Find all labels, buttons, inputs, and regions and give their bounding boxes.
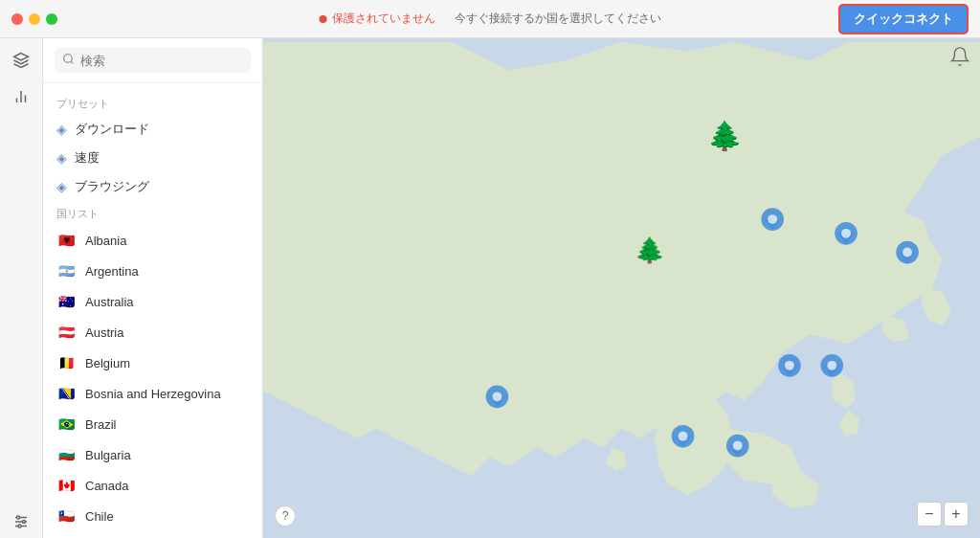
map-pin-8[interactable] [486, 386, 509, 409]
flag-canada: 🇨🇦 [56, 476, 76, 495]
title-bar: 保護されていません 今すぐ接続するか国を選択してください クイックコネクト [0, 0, 980, 38]
country-item-bosnia[interactable]: 🇧🇦 Bosnia and Herzegovina [43, 378, 262, 409]
map-pin-7[interactable] [726, 435, 749, 458]
country-item-chile[interactable]: 🇨🇱 Chile [43, 501, 262, 531]
svg-point-24 [785, 361, 794, 370]
close-button[interactable] [11, 13, 23, 25]
map-area: 🌲 🌲 [263, 38, 980, 538]
map-pin-1[interactable] [761, 208, 784, 231]
preset-icon-browsing: ◈ [56, 179, 67, 194]
help-button[interactable]: ? [275, 505, 296, 527]
flag-argentina: 🇦🇷 [56, 261, 76, 280]
unprotected-label: 保護されていません [332, 11, 435, 27]
svg-point-18 [841, 229, 851, 238]
status-message: 今すぐ接続するか国を選択してください [455, 11, 661, 27]
preset-icon-download: ◈ [56, 122, 67, 137]
layers-icon[interactable] [11, 50, 32, 71]
flag-albania: 🇦🇱 [56, 231, 76, 250]
country-name-argentina: Argentina [85, 264, 139, 279]
svg-point-15 [768, 214, 777, 224]
tree-icon-2: 🌲 [635, 235, 665, 265]
country-name-bulgaria: Bulgaria [85, 448, 131, 462]
country-name-canada: Canada [85, 479, 129, 493]
minimize-button[interactable] [29, 13, 40, 25]
preset-speed-label: 速度 [75, 149, 100, 167]
svg-point-8 [23, 521, 26, 524]
country-item-austria[interactable]: 🇦🇹 Austria [43, 317, 262, 347]
main-layout: プリセット ◈ ダウンロード ◈ 速度 ◈ ブラウジング 国リスト 🇦🇱 Alb… [0, 38, 980, 538]
title-bar-center: 保護されていません 今すぐ接続するか国を選択してください [320, 11, 661, 27]
country-list: 🇦🇱 Albania 🇦🇷 Argentina 🇦🇺 Australia 🇦🇹 … [43, 225, 262, 538]
svg-point-33 [733, 441, 743, 451]
icon-sidebar [0, 38, 43, 538]
flag-brazil: 🇧🇷 [56, 415, 76, 434]
zoom-out-button[interactable]: − [917, 502, 942, 527]
tree-icon-1: 🌲 [707, 119, 743, 153]
flag-bosnia: 🇧🇦 [56, 384, 76, 403]
country-item-brazil[interactable]: 🇧🇷 Brazil [43, 409, 262, 439]
country-item-australia[interactable]: 🇦🇺 Australia [43, 286, 262, 317]
preset-browsing-label: ブラウジング [75, 178, 149, 195]
country-item-bulgaria[interactable]: 🇧🇬 Bulgaria [43, 439, 262, 470]
svg-point-21 [902, 248, 912, 258]
country-item-canada[interactable]: 🇨🇦 Canada [43, 470, 262, 501]
flag-bulgaria: 🇧🇬 [56, 445, 76, 464]
flag-australia: 🇦🇺 [56, 292, 76, 311]
svg-point-30 [679, 432, 688, 441]
map-zoom-controls: − + [917, 502, 969, 527]
preset-download-label: ダウンロード [75, 121, 149, 138]
country-sidebar: プリセット ◈ ダウンロード ◈ 速度 ◈ ブラウジング 国リスト 🇦🇱 Alb… [43, 38, 263, 538]
window-controls [11, 13, 57, 25]
search-icon [62, 53, 75, 68]
status-dot [320, 15, 327, 23]
flag-austria: 🇦🇹 [56, 323, 76, 342]
country-item-albania[interactable]: 🇦🇱 Albania [43, 225, 262, 256]
country-name-belgium: Belgium [85, 356, 130, 370]
presets-label: プリセット [43, 91, 262, 115]
country-name-bosnia: Bosnia and Herzegovina [85, 387, 221, 401]
search-input[interactable] [80, 54, 243, 68]
svg-point-27 [827, 361, 836, 370]
svg-marker-0 [14, 54, 29, 61]
country-name-brazil: Brazil [85, 417, 117, 432]
zoom-in-button[interactable]: + [944, 502, 969, 527]
svg-point-10 [64, 55, 73, 63]
map-svg: 🌲 🌲 [263, 38, 980, 538]
preset-icon-speed: ◈ [56, 150, 67, 166]
settings-icon[interactable] [11, 517, 32, 538]
map-pin-3[interactable] [896, 241, 919, 264]
country-name-austria: Austria [85, 325, 123, 340]
flag-belgium: 🇧🇪 [56, 353, 76, 372]
notification-bell[interactable] [949, 46, 970, 71]
search-box [43, 38, 262, 83]
country-item-belgium[interactable]: 🇧🇪 Belgium [43, 347, 262, 378]
quick-connect-button[interactable]: クイックコネクト [838, 4, 969, 34]
preset-download[interactable]: ◈ ダウンロード [43, 115, 262, 144]
country-item-argentina[interactable]: 🇦🇷 Argentina [43, 256, 262, 286]
preset-speed[interactable]: ◈ 速度 [43, 144, 262, 172]
country-list-container: プリセット ◈ ダウンロード ◈ 速度 ◈ ブラウジング 国リスト 🇦🇱 Alb… [43, 83, 262, 538]
country-name-albania: Albania [85, 234, 126, 248]
svg-line-11 [71, 61, 73, 63]
svg-point-7 [17, 516, 20, 519]
connection-status: 保護されていません [320, 11, 435, 27]
chart-icon[interactable] [11, 86, 32, 107]
country-name-chile: Chile [85, 509, 114, 524]
map-pin-6[interactable] [672, 425, 695, 448]
map-pin-5[interactable] [820, 354, 843, 377]
maximize-button[interactable] [46, 13, 57, 25]
svg-point-36 [492, 392, 501, 401]
countries-label: 国リスト [43, 201, 262, 225]
svg-point-9 [18, 525, 21, 527]
map-pin-2[interactable] [835, 222, 858, 245]
map-pin-4[interactable] [778, 354, 801, 377]
flag-chile: 🇨🇱 [56, 506, 76, 526]
country-item-costa-rica[interactable]: 🇨🇷 Costa Rica [43, 531, 262, 538]
search-wrapper [55, 48, 251, 73]
country-name-australia: Australia [85, 295, 134, 309]
preset-browsing[interactable]: ◈ ブラウジング [43, 172, 262, 201]
